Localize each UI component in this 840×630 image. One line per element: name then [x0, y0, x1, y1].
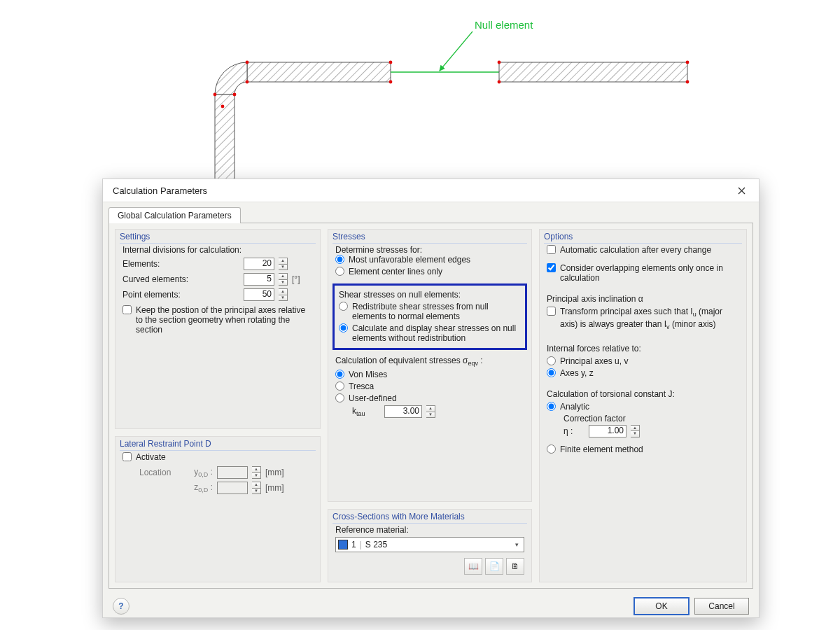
lateral-header: Lateral Restraint Point D	[120, 439, 316, 451]
svg-point-9	[221, 105, 225, 108]
svg-line-14	[440, 31, 472, 71]
keep-position-label: Keep the postion of the principal axes r…	[136, 305, 313, 335]
help-button[interactable]: ?	[113, 598, 130, 615]
radio-center[interactable]	[335, 267, 344, 276]
radio-redistribute[interactable]	[339, 302, 348, 311]
radio-userdef[interactable]	[335, 393, 344, 402]
calculation-parameters-dialog: Calculation Parameters Global Calculatio…	[102, 178, 760, 618]
overlap-checkbox[interactable]	[547, 263, 556, 272]
radio-axes-uv[interactable]	[547, 356, 556, 365]
ref-material-label: Reference material:	[335, 525, 524, 535]
internal-divisions-label: Internal divisions for calculation:	[122, 245, 313, 255]
radio-userdef-label: User-defined	[349, 393, 524, 403]
equiv-header: Calculation of equivalent stresses σeqv …	[335, 356, 524, 367]
y0d-unit: [mm]	[265, 468, 286, 477]
determine-label: Determine stresses for:	[335, 245, 524, 255]
svg-point-12	[498, 80, 501, 84]
curved-input[interactable]: 5	[244, 273, 274, 286]
radio-display[interactable]	[339, 323, 348, 332]
csections-header: Cross-Sections with More Materials	[332, 512, 527, 524]
stresses-header: Stresses	[332, 232, 527, 244]
radio-analytic-label: Analytic	[560, 402, 739, 412]
ref-material-select[interactable]: 1 | S 235 ▾	[335, 537, 524, 552]
radio-edges[interactable]	[335, 255, 344, 264]
settings-header: Settings	[120, 232, 316, 244]
elements-input[interactable]: 20	[244, 258, 274, 270]
shear-header: Shear stresses on null elements:	[339, 290, 521, 300]
settings-group: Settings Internal divisions for calculat…	[115, 229, 321, 429]
shear-highlight: Shear stresses on null elements: Redistr…	[332, 284, 527, 350]
correction-factor-label: Correction factor	[547, 414, 739, 424]
ktau-input[interactable]: 3.00	[384, 405, 422, 418]
torsion-header: Calculation of torsional constant J:	[547, 389, 739, 399]
transform-axes-checkbox[interactable]	[547, 307, 556, 316]
activate-checkbox[interactable]	[122, 452, 132, 461]
radio-fem[interactable]	[547, 444, 556, 454]
svg-point-10	[498, 61, 501, 64]
radio-axes-yz[interactable]	[547, 368, 556, 377]
radio-center-label: Element center lines only	[349, 267, 524, 276]
elements-spinner[interactable]: ▲▼	[279, 258, 288, 270]
keep-position-checkbox[interactable]	[122, 305, 132, 314]
new-icon: 📄	[489, 561, 500, 571]
stresses-group: Stresses Determine stresses for: Most un…	[328, 229, 532, 502]
svg-point-4	[389, 61, 393, 64]
point-input[interactable]: 50	[244, 288, 274, 301]
tab-global[interactable]: Global Calculation Parameters	[108, 207, 241, 223]
options-header: Options	[544, 232, 742, 244]
point-label: Point elements:	[122, 290, 239, 300]
info-icon: 🗎	[511, 561, 519, 571]
inclination-header: Principal axis inclination α	[547, 294, 739, 304]
svg-point-6	[389, 80, 393, 84]
radio-edges-label: Most unfavorable element edges	[349, 255, 524, 265]
radio-axes-yz-label: Axes y, z	[560, 368, 739, 378]
overlap-label: Consider overlapping elements only once …	[560, 263, 739, 283]
ok-button[interactable]: OK	[634, 598, 689, 615]
material-no: 1	[351, 540, 356, 550]
material-name: S 235	[365, 540, 387, 550]
svg-point-5	[246, 80, 249, 84]
eta-spinner[interactable]: ▲▼	[631, 425, 640, 438]
curved-unit: [°]	[292, 274, 313, 284]
radio-vonmises[interactable]	[335, 370, 344, 379]
radio-display-label: Calculate and display shear stresses on …	[352, 323, 521, 343]
radio-axes-uv-label: Principal axes u, v	[560, 356, 739, 366]
point-spinner[interactable]: ▲▼	[279, 288, 288, 301]
radio-tresca-label: Tresca	[349, 382, 524, 391]
transform-axes-label: Transform principal axes such that Iu (m…	[560, 307, 739, 332]
radio-tresca[interactable]	[335, 382, 344, 391]
book-icon: 📖	[468, 561, 479, 571]
z0d-unit: [mm]	[265, 483, 286, 493]
library-button[interactable]: 📖	[464, 558, 482, 575]
eta-input[interactable]: 1.00	[589, 425, 626, 438]
cross-sections-group: Cross-Sections with More Materials Refer…	[328, 509, 532, 582]
chevron-down-icon: ▾	[512, 541, 522, 548]
close-button[interactable]	[731, 183, 752, 197]
help-icon: ?	[118, 601, 123, 611]
material-swatch-icon	[338, 540, 348, 550]
details-button[interactable]: 🗎	[506, 558, 524, 575]
new-material-button[interactable]: 📄	[485, 558, 503, 575]
curved-spinner[interactable]: ▲▼	[279, 273, 288, 286]
ktau-spinner[interactable]: ▲▼	[426, 405, 435, 418]
section-diagram	[0, 0, 840, 182]
svg-point-3	[246, 61, 249, 64]
ktau-label: ktau	[352, 406, 380, 417]
auto-calc-label: Automatic calculation after every change	[560, 245, 739, 255]
lateral-group: Lateral Restraint Point D Activate Locat…	[115, 436, 321, 582]
options-group: Options Automatic calculation after ever…	[539, 229, 747, 582]
radio-redistribute-label: Redistribute shear stresses from null el…	[352, 302, 521, 321]
forces-header: Internal forces relative to:	[547, 344, 739, 354]
auto-calc-checkbox[interactable]	[547, 245, 556, 254]
close-icon	[738, 187, 746, 195]
dialog-title: Calculation Parameters	[113, 186, 207, 196]
z0d-spinner: ▲▼	[252, 482, 261, 494]
y0d-spinner: ▲▼	[252, 466, 261, 479]
location-label: Location	[139, 468, 178, 477]
cancel-button[interactable]: Cancel	[694, 598, 749, 615]
radio-analytic[interactable]	[547, 402, 556, 411]
radio-vonmises-label: Von Mises	[349, 370, 524, 379]
z0d-label: z0,D :	[182, 482, 213, 493]
null-element-label: Null element	[475, 19, 533, 31]
svg-point-7	[214, 93, 217, 97]
